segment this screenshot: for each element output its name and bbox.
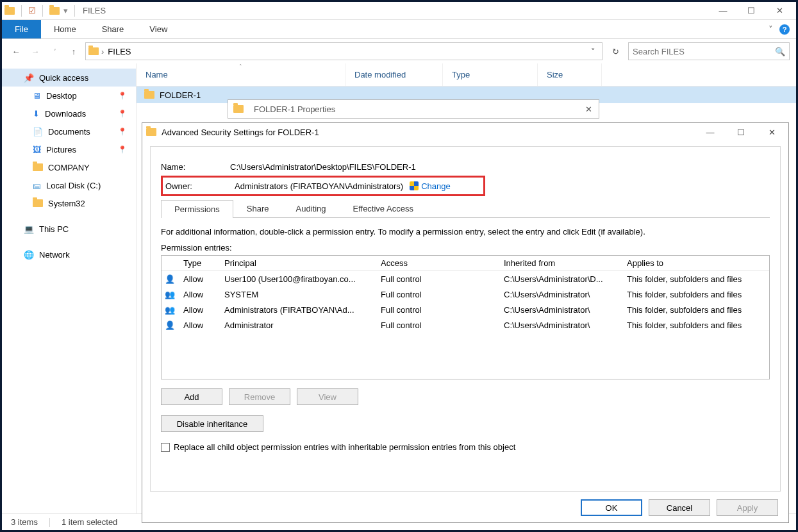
owner-label: Owner: bbox=[165, 181, 235, 191]
permission-entries-label: Permission entries: bbox=[161, 243, 770, 253]
share-tab[interactable]: Share bbox=[89, 20, 137, 38]
cell-type: Allow bbox=[178, 274, 219, 284]
file-tab[interactable]: File bbox=[2, 20, 41, 38]
name-value: C:\Users\Administrator\Desktop\FILES\FOL… bbox=[230, 162, 416, 172]
qat-properties-icon[interactable]: ☑ bbox=[28, 6, 36, 15]
quick-access-icon: 📌 bbox=[24, 73, 34, 83]
maximize-button[interactable]: ☐ bbox=[737, 2, 765, 20]
sidebar-item-system32[interactable]: System32 bbox=[2, 194, 136, 212]
folder-icon bbox=[33, 199, 43, 207]
file-name: FOLDER-1 bbox=[160, 90, 201, 100]
properties-close-button[interactable]: ✕ bbox=[579, 104, 599, 114]
sidebar-item-downloads[interactable]: ⬇ Downloads 📍 bbox=[2, 104, 136, 122]
sidebar-item-network[interactable]: 🌐 Network bbox=[2, 245, 136, 263]
help-icon[interactable]: ? bbox=[779, 24, 790, 35]
security-tabs: Permissions Share Auditing Effective Acc… bbox=[161, 199, 770, 218]
search-icon[interactable]: 🔍 bbox=[775, 47, 785, 56]
col-type[interactable]: Type bbox=[178, 258, 219, 268]
navigation-row: ← → ˅ ↑ › FILES ˅ ↻ Search FILES 🔍 bbox=[2, 39, 796, 63]
cancel-button[interactable]: Cancel bbox=[649, 499, 710, 516]
col-name[interactable]: Name ˄ bbox=[137, 63, 345, 86]
ok-button[interactable]: OK bbox=[581, 499, 642, 516]
col-access[interactable]: Access bbox=[376, 258, 499, 268]
cell-principal: Administrator bbox=[219, 320, 376, 330]
advanced-security-dialog: Advanced Security Settings for FOLDER-1 … bbox=[142, 122, 789, 523]
change-owner-link[interactable]: Change bbox=[421, 181, 451, 191]
app-icon bbox=[4, 7, 15, 15]
col-applies[interactable]: Applies to bbox=[622, 258, 769, 268]
remove-button[interactable]: Remove bbox=[229, 388, 290, 405]
permission-row[interactable]: 👥 Allow Administrators (FIRATBOYAN\Ad...… bbox=[162, 302, 769, 317]
downloads-icon: ⬇ bbox=[33, 109, 40, 119]
cell-access: Full control bbox=[376, 305, 499, 315]
permission-row[interactable]: 👤 Allow User100 (User100@firatboyan.co..… bbox=[162, 271, 769, 287]
sidebar-label: Documents bbox=[48, 127, 90, 137]
cell-inherited: C:\Users\Administrator\D... bbox=[499, 274, 622, 284]
cell-type: Allow bbox=[178, 305, 219, 315]
forward-button[interactable]: → bbox=[28, 44, 43, 59]
group-icon: 👥 bbox=[162, 305, 178, 315]
cell-access: Full control bbox=[376, 320, 499, 330]
dialog-titlebar: Advanced Security Settings for FOLDER-1 … bbox=[142, 123, 788, 141]
search-input[interactable]: Search FILES 🔍 bbox=[628, 42, 790, 60]
close-button[interactable]: ✕ bbox=[765, 2, 794, 20]
dialog-close[interactable]: ✕ bbox=[759, 128, 785, 137]
replace-checkbox[interactable] bbox=[161, 443, 170, 452]
col-date[interactable]: Date modified bbox=[345, 63, 443, 86]
history-dropdown[interactable]: ˅ bbox=[47, 44, 62, 59]
sidebar-label: Quick access bbox=[39, 73, 88, 83]
sidebar-label: Local Disk (C:) bbox=[46, 181, 101, 190]
dialog-maximize[interactable]: ☐ bbox=[728, 128, 754, 137]
sidebar-item-local-disk[interactable]: 🖴 Local Disk (C:) bbox=[2, 176, 136, 194]
cell-principal: SYSTEM bbox=[219, 290, 376, 299]
address-icon bbox=[88, 47, 99, 55]
permission-row[interactable]: 👤 Allow Administrator Full control C:\Us… bbox=[162, 317, 769, 333]
col-principal[interactable]: Principal bbox=[219, 258, 376, 268]
sidebar-item-desktop[interactable]: 🖥 Desktop 📍 bbox=[2, 87, 136, 104]
window-title: FILES bbox=[83, 6, 106, 15]
sidebar-item-documents[interactable]: 📄 Documents 📍 bbox=[2, 122, 136, 140]
sidebar-item-this-pc[interactable]: 💻 This PC bbox=[2, 220, 136, 238]
group-icon: 👥 bbox=[162, 290, 178, 299]
qat-dropdown[interactable]: ▾ bbox=[63, 6, 68, 15]
tab-share[interactable]: Share bbox=[233, 199, 283, 217]
tab-auditing[interactable]: Auditing bbox=[283, 199, 340, 217]
dialog-minimize[interactable]: — bbox=[697, 128, 723, 137]
pin-icon: 📍 bbox=[118, 92, 127, 100]
sidebar-label: Desktop bbox=[46, 91, 77, 101]
qat-newfolder-icon[interactable] bbox=[49, 7, 60, 15]
refresh-button[interactable]: ↻ bbox=[606, 42, 624, 60]
apply-button[interactable]: Apply bbox=[717, 499, 778, 516]
breadcrumb-files[interactable]: FILES bbox=[104, 47, 135, 56]
view-tab[interactable]: View bbox=[137, 20, 180, 38]
cell-applies: This folder, subfolders and files bbox=[622, 305, 769, 315]
folder-icon bbox=[146, 128, 156, 136]
permission-row[interactable]: 👥 Allow SYSTEM Full control C:\Users\Adm… bbox=[162, 287, 769, 302]
address-bar[interactable]: › FILES ˅ bbox=[85, 42, 603, 60]
minimize-button[interactable]: — bbox=[709, 2, 737, 20]
sidebar: 📌 Quick access 🖥 Desktop 📍 ⬇ Downloads 📍… bbox=[2, 63, 137, 513]
disable-inheritance-button[interactable]: Disable inheritance bbox=[161, 415, 263, 432]
col-inherited[interactable]: Inherited from bbox=[499, 258, 622, 268]
up-button[interactable]: ↑ bbox=[66, 44, 81, 59]
properties-dialog-tab: FOLDER-1 Properties ✕ bbox=[228, 99, 599, 119]
sidebar-item-company[interactable]: COMPANY bbox=[2, 158, 136, 176]
add-button[interactable]: Add bbox=[161, 388, 222, 405]
cell-inherited: C:\Users\Administrator\ bbox=[499, 305, 622, 315]
back-button[interactable]: ← bbox=[8, 44, 24, 59]
tab-permissions[interactable]: Permissions bbox=[161, 200, 233, 218]
ribbon-collapse[interactable]: ˅ bbox=[769, 24, 773, 34]
home-tab[interactable]: Home bbox=[41, 20, 89, 38]
view-button[interactable]: View bbox=[297, 388, 358, 405]
address-dropdown[interactable]: ˅ bbox=[587, 47, 599, 56]
owner-value: Administrators (FIRATBOYAN\Administrator… bbox=[235, 181, 403, 191]
tab-effective-access[interactable]: Effective Access bbox=[339, 199, 426, 217]
pin-icon: 📍 bbox=[118, 128, 127, 136]
col-size[interactable]: Size bbox=[538, 63, 602, 86]
desktop-icon: 🖥 bbox=[33, 91, 41, 101]
folder-icon bbox=[33, 163, 43, 171]
sidebar-item-quick-access[interactable]: 📌 Quick access bbox=[2, 69, 136, 87]
col-type[interactable]: Type bbox=[443, 63, 538, 86]
status-count: 3 items bbox=[11, 517, 38, 527]
sidebar-item-pictures[interactable]: 🖼 Pictures 📍 bbox=[2, 140, 136, 158]
